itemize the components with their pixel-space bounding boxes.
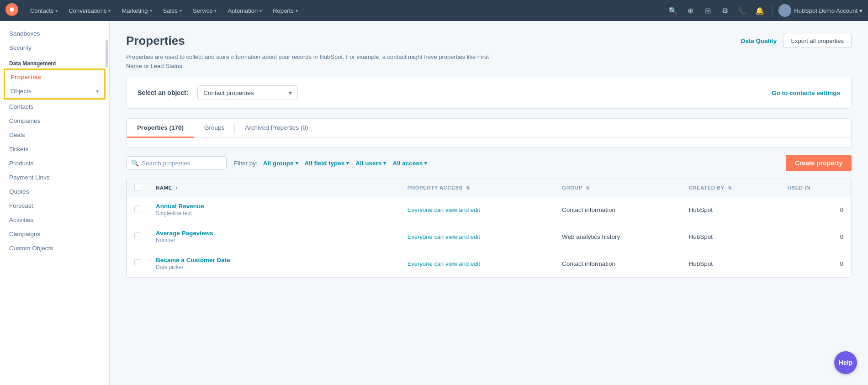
- sidebar-item-security[interactable]: Security: [0, 41, 109, 55]
- sidebar-item-deals[interactable]: Deals: [0, 128, 109, 142]
- search-input[interactable]: [142, 160, 215, 167]
- row-group-cell: Contact information: [555, 196, 681, 223]
- sidebar-item-properties[interactable]: Properties: [5, 70, 104, 84]
- chevron-down-icon: ▾: [180, 8, 182, 13]
- help-icon-btn[interactable]: ⊕: [683, 3, 698, 18]
- properties-table-container: NAME ↑ PROPERTY ACCESS ⇅ GROUP ⇅ CREAT: [126, 179, 852, 278]
- export-all-button[interactable]: Export all properties: [783, 34, 852, 48]
- row-access-cell: Everyone can view and edit: [400, 223, 555, 250]
- row-created-cell: HubSpot: [682, 250, 780, 277]
- nav-automation[interactable]: Automation ▾: [222, 0, 267, 21]
- header-property-access[interactable]: PROPERTY ACCESS ⇅: [400, 179, 555, 196]
- property-name-link[interactable]: Annual Revenue: [156, 203, 393, 210]
- create-property-button[interactable]: Create property: [786, 155, 852, 171]
- table-body: Annual Revenue Single-line text Everyone…: [127, 196, 851, 277]
- table-row: Became a Customer Date Date picker Every…: [127, 250, 851, 277]
- chevron-down-icon: ▾: [259, 8, 262, 13]
- sidebar-item-products[interactable]: Products: [0, 156, 109, 170]
- sidebar-item-companies[interactable]: Companies: [0, 114, 109, 128]
- search-icon-btn[interactable]: 🔍: [666, 3, 680, 18]
- header-created-by[interactable]: CREATED BY ⇅: [682, 179, 780, 196]
- all-access-filter[interactable]: All access ▾: [392, 158, 428, 169]
- access-value: Everyone can view and edit: [408, 260, 480, 267]
- sidebar-item-contacts[interactable]: Contacts: [0, 100, 109, 114]
- avatar[interactable]: [778, 4, 791, 17]
- nav-sales[interactable]: Sales ▾: [158, 0, 188, 21]
- sidebar: Sandboxes Security Data Management Prope…: [0, 21, 110, 385]
- top-navigation: Contacts ▾ Conversations ▾ Marketing ▾ S…: [0, 0, 868, 21]
- chevron-down-icon: ▾: [424, 160, 427, 166]
- sidebar-item-campaigns[interactable]: Campaigns: [0, 227, 109, 241]
- access-value: Everyone can view and edit: [408, 233, 480, 240]
- used-count: 0: [840, 233, 843, 240]
- goto-contacts-settings-link[interactable]: Go to contacts settings: [772, 90, 840, 96]
- page-header-left: Properties: [126, 34, 185, 50]
- sort-icon: ⇅: [728, 185, 731, 190]
- row-group-cell: Contact information: [555, 250, 681, 277]
- row-name-cell: Average Pageviews Number: [148, 223, 400, 250]
- tab-properties[interactable]: Properties (170): [127, 119, 194, 138]
- all-groups-label: All groups: [263, 160, 294, 167]
- row-name-cell: Annual Revenue Single-line text: [148, 196, 400, 223]
- nav-service[interactable]: Service ▾: [187, 0, 222, 21]
- used-count: 0: [840, 260, 843, 267]
- tab-groups[interactable]: Groups: [194, 119, 234, 138]
- header-name[interactable]: NAME ↑: [148, 179, 400, 196]
- main-content: Properties Data Quality Export all prope…: [110, 21, 868, 385]
- row-access-cell: Everyone can view and edit: [400, 250, 555, 277]
- topnav-actions: 🔍 ⊕ ⊞ ⚙ 📞 🔔 HubSpot Demo Account ▾: [666, 3, 863, 18]
- row-checkbox[interactable]: [134, 232, 141, 239]
- all-users-filter[interactable]: All users ▾: [355, 158, 387, 169]
- sidebar-item-activities[interactable]: Activities: [0, 213, 109, 227]
- access-value: Everyone can view and edit: [408, 206, 480, 213]
- filter-bar: 🔍 Filter by: All groups ▾ All field type…: [126, 155, 852, 171]
- select-all-checkbox[interactable]: [134, 184, 141, 190]
- tabs-wrapper: Properties (170) Groups Archived Propert…: [126, 118, 852, 148]
- all-groups-filter[interactable]: All groups ▾: [262, 158, 299, 169]
- search-icon: 🔍: [131, 159, 139, 167]
- sidebar-item-payment-links[interactable]: Payment Links: [0, 170, 109, 185]
- header-used-in: USED IN: [780, 179, 851, 196]
- all-field-types-label: All field types: [305, 160, 345, 167]
- settings-icon-btn[interactable]: ⚙: [718, 3, 732, 18]
- property-name-link[interactable]: Average Pageviews: [156, 230, 393, 237]
- account-menu[interactable]: HubSpot Demo Account ▾: [794, 7, 863, 14]
- nav-contacts[interactable]: Contacts ▾: [25, 0, 63, 21]
- sidebar-item-custom-objects[interactable]: Custom Objects: [0, 241, 109, 255]
- nav-marketing[interactable]: Marketing ▾: [116, 0, 157, 21]
- row-created-cell: HubSpot: [682, 196, 780, 223]
- sidebar-item-tickets[interactable]: Tickets: [0, 142, 109, 156]
- nav-reports[interactable]: Reports ▾: [267, 0, 303, 21]
- page-title: Properties: [126, 34, 185, 48]
- marketplace-icon-btn[interactable]: ⊞: [700, 3, 715, 18]
- row-checkbox[interactable]: [134, 206, 141, 212]
- chevron-down-icon: ▾: [214, 8, 217, 13]
- help-button[interactable]: Help: [834, 351, 857, 374]
- sidebar-item-sandboxes[interactable]: Sandboxes: [0, 26, 109, 41]
- row-used-cell: 0: [780, 223, 851, 250]
- tab-archived[interactable]: Archived Properties (0): [235, 119, 318, 138]
- data-quality-button[interactable]: Data Quality: [741, 37, 777, 44]
- page-layout: Sandboxes Security Data Management Prope…: [0, 21, 868, 385]
- notifications-icon-btn[interactable]: 🔔: [752, 3, 767, 18]
- sidebar-item-quotes[interactable]: Quotes: [0, 185, 109, 199]
- property-name-link[interactable]: Became a Customer Date: [156, 257, 393, 264]
- row-created-cell: HubSpot: [682, 223, 780, 250]
- phone-icon-btn[interactable]: 📞: [735, 3, 750, 18]
- nav-conversations[interactable]: Conversations ▾: [63, 0, 116, 21]
- object-dropdown[interactable]: Contact properties ▾: [197, 85, 298, 100]
- sidebar-item-forecast[interactable]: Forecast: [0, 199, 109, 213]
- svg-point-1: [10, 8, 14, 12]
- used-count: 0: [840, 206, 843, 213]
- highlighted-group: Properties Objects ▾: [4, 69, 106, 100]
- header-group[interactable]: GROUP ⇅: [555, 179, 681, 196]
- header-actions: Data Quality Export all properties: [741, 34, 852, 48]
- hubspot-logo[interactable]: [5, 3, 20, 18]
- scroll-indicator: [106, 40, 108, 68]
- table-row: Average Pageviews Number Everyone can vi…: [127, 223, 851, 250]
- sidebar-item-objects[interactable]: Objects ▾: [5, 84, 104, 98]
- chevron-down-icon: ▾: [859, 7, 863, 14]
- all-field-types-filter[interactable]: All field types ▾: [304, 158, 350, 169]
- row-checkbox[interactable]: [134, 259, 141, 266]
- page-header: Properties Data Quality Export all prope…: [126, 34, 852, 50]
